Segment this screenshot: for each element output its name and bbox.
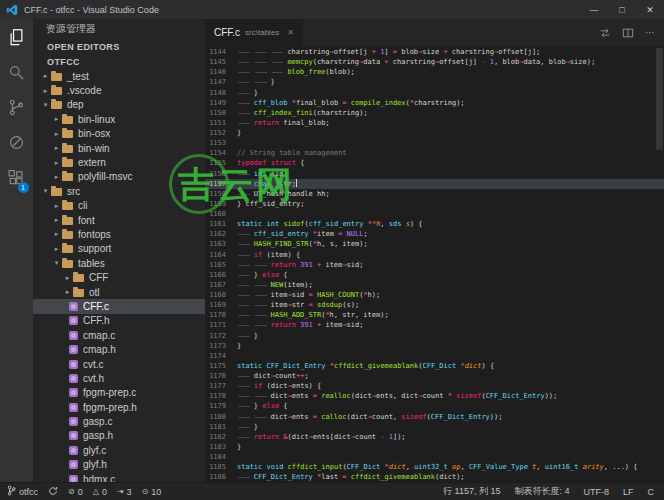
- tree-folder-.vscode[interactable]: ▸.vscode: [33, 83, 205, 97]
- code-line[interactable]: 1153: [205, 138, 664, 148]
- code-line[interactable]: 1169item→str = sdsdup(s);: [205, 300, 664, 310]
- activity-search[interactable]: [6, 63, 28, 85]
- code-line[interactable]: 1178dict→ents = realloc(dict→ents, dict→…: [205, 391, 664, 401]
- code-line[interactable]: 1155typedef struct {: [205, 158, 664, 168]
- status-tab-size[interactable]: 制表符长度: 4: [514, 485, 569, 498]
- code-line[interactable]: 1173}: [205, 341, 664, 351]
- status-cursor-position[interactable]: 行 1157, 列 15: [443, 485, 500, 498]
- code-line[interactable]: 1157char *str;: [205, 179, 664, 189]
- code-line[interactable]: 1167NEW(item);: [205, 280, 664, 290]
- code-line[interactable]: 1150cff_index_fini(charstring);: [205, 108, 664, 118]
- editor-code-area[interactable]: 1144charstring→offset[j + 1] = blob→size…: [205, 46, 664, 482]
- tree-folder-bin-osx[interactable]: ▸bin-osx: [33, 127, 205, 141]
- activity-debug[interactable]: [6, 133, 28, 155]
- status-errors[interactable]: ⊘0: [68, 487, 83, 497]
- code-line[interactable]: 1161static int sidof(cff_sid_entry **h, …: [205, 219, 664, 229]
- tree-folder-_test[interactable]: ▸_test: [33, 69, 205, 83]
- tree-folder-src[interactable]: ▾src: [33, 184, 205, 198]
- tab-close-icon[interactable]: ✕: [287, 28, 294, 37]
- code-line[interactable]: 1159} cff_sid_entry;: [205, 199, 664, 209]
- tree-folder-bin-linux[interactable]: ▸bin-linux: [33, 112, 205, 126]
- code-line[interactable]: 1156int sid;: [205, 169, 664, 179]
- code-line[interactable]: 1165return 391 + item→sid;: [205, 260, 664, 270]
- tree-folder-otl[interactable]: ▸otl: [33, 285, 205, 299]
- code-line[interactable]: 1179} else {: [205, 401, 664, 411]
- tree-folder-cli[interactable]: ▸cli: [33, 199, 205, 213]
- tree-file-fpgm-prep.c[interactable]: fpgm-prep.c: [33, 386, 205, 400]
- code-line[interactable]: 1147}: [205, 77, 664, 87]
- tree-file-cmap.h[interactable]: cmap.h: [33, 342, 205, 356]
- tree-folder-tables[interactable]: ▾tables: [33, 256, 205, 270]
- code-line[interactable]: 1144charstring→offset[j + 1] = blob→size…: [205, 47, 664, 57]
- minimize-button[interactable]: —: [580, 0, 608, 19]
- tree-folder-bin-win[interactable]: ▸bin-win: [33, 141, 205, 155]
- tree-folder-polyfill-msvc[interactable]: ▸polyfill-msvc: [33, 170, 205, 184]
- open-changes-icon[interactable]: [599, 27, 611, 39]
- activity-source-control[interactable]: [6, 98, 28, 120]
- split-editor-icon[interactable]: [622, 27, 634, 39]
- close-button[interactable]: ✕: [636, 0, 664, 19]
- activity-extensions[interactable]: 1: [6, 168, 28, 190]
- tree-file-CFF.h[interactable]: CFF.h: [33, 314, 205, 328]
- code-line[interactable]: 1168item→sid = HASH_COUNT(*h);: [205, 290, 664, 300]
- tree-folder-font[interactable]: ▸font: [33, 213, 205, 227]
- tree-folder-CFF[interactable]: ▸CFF: [33, 270, 205, 284]
- tab-cff-c[interactable]: CFF.c src\tables ✕: [205, 19, 303, 46]
- code-line[interactable]: 1170HASH_ADD_STR(*h, str, item);: [205, 310, 664, 320]
- tree-file-gasp.h[interactable]: gasp.h: [33, 429, 205, 443]
- status-ext-counter-b[interactable]: ⊙10: [142, 487, 162, 497]
- tree-file-CFF.c[interactable]: CFF.c: [33, 299, 205, 313]
- status-sync[interactable]: [48, 486, 58, 498]
- tree-file-fpgm-prep.h[interactable]: fpgm-prep.h: [33, 400, 205, 414]
- status-git-branch[interactable]: otfcc: [7, 485, 38, 498]
- tree-file-cmap.c[interactable]: cmap.c: [33, 328, 205, 342]
- editor-scrollbar[interactable]: [654, 46, 664, 482]
- status-language-mode[interactable]: C: [648, 487, 655, 497]
- code-line[interactable]: 1181}: [205, 422, 664, 432]
- maximize-button[interactable]: □: [608, 0, 636, 19]
- code-line[interactable]: 1164if (item) {: [205, 250, 664, 260]
- code-line[interactable]: 1186CFF_Dict_Entry *last = cffdict_givem…: [205, 472, 664, 482]
- tree-file-glyf.c[interactable]: glyf.c: [33, 443, 205, 457]
- scrollbar-thumb[interactable]: [656, 48, 663, 150]
- status-warnings[interactable]: △0: [93, 487, 107, 497]
- tree-folder-extern[interactable]: ▸extern: [33, 155, 205, 169]
- tree-folder-fontops[interactable]: ▸fontops: [33, 227, 205, 241]
- tree-file-hdmx.c[interactable]: hdmx.c: [33, 472, 205, 482]
- code-line[interactable]: 1175static CFF_Dict_Entry *cffdict_givem…: [205, 361, 664, 371]
- code-line[interactable]: 1158UT_hash_handle hh;: [205, 189, 664, 199]
- code-line[interactable]: 1148}: [205, 88, 664, 98]
- code-line[interactable]: 1184: [205, 452, 664, 462]
- activity-explorer[interactable]: [6, 28, 28, 50]
- code-line[interactable]: 1185static void cffdict_input(CFF_Dict *…: [205, 462, 664, 472]
- tree-file-cvt.h[interactable]: cvt.h: [33, 371, 205, 385]
- code-line[interactable]: 1183}: [205, 442, 664, 452]
- tree-folder-dep[interactable]: ▾dep: [33, 98, 205, 112]
- code-line[interactable]: 1145memcpy(charstring→data + charstring→…: [205, 57, 664, 67]
- more-actions-icon[interactable]: ⋯: [645, 27, 655, 38]
- tree-file-glyf.h[interactable]: glyf.h: [33, 458, 205, 472]
- code-line[interactable]: 1163HASH_FIND_STR(*h, s, item);: [205, 239, 664, 249]
- code-line[interactable]: 1174: [205, 351, 664, 361]
- tree-file-cvt.c[interactable]: cvt.c: [33, 357, 205, 371]
- code-line[interactable]: 1177if (dict→ents) {: [205, 381, 664, 391]
- status-eol[interactable]: LF: [623, 487, 634, 497]
- code-line[interactable]: 1149cff_blob *final_blob = compile_index…: [205, 98, 664, 108]
- code-line[interactable]: 1180dict→ents = calloc(dict→count, sizeo…: [205, 412, 664, 422]
- code-line[interactable]: 1152}: [205, 128, 664, 138]
- code-line[interactable]: 1151return final_blob;: [205, 118, 664, 128]
- tree-folder-support[interactable]: ▸support: [33, 242, 205, 256]
- code-line[interactable]: 1154// String table management: [205, 148, 664, 158]
- code-line[interactable]: 1166} else {: [205, 270, 664, 280]
- code-line[interactable]: 1146blob_free(blob);: [205, 67, 664, 77]
- code-line[interactable]: 1160: [205, 209, 664, 219]
- code-line[interactable]: 1172}: [205, 331, 664, 341]
- folder-section-header[interactable]: OTFCC: [33, 54, 205, 69]
- status-encoding[interactable]: UTF-8: [583, 487, 609, 497]
- code-line[interactable]: 1182return &(dict→ents[dict→count - 1]);: [205, 432, 664, 442]
- code-line[interactable]: 1171return 391 + item→sid;: [205, 320, 664, 330]
- code-line[interactable]: 1176dict→count++;: [205, 371, 664, 381]
- open-editors-header[interactable]: OPEN EDITORS: [33, 39, 205, 54]
- tree-file-gasp.c[interactable]: gasp.c: [33, 414, 205, 428]
- code-line[interactable]: 1162cff_sid_entry *item = NULL;: [205, 229, 664, 239]
